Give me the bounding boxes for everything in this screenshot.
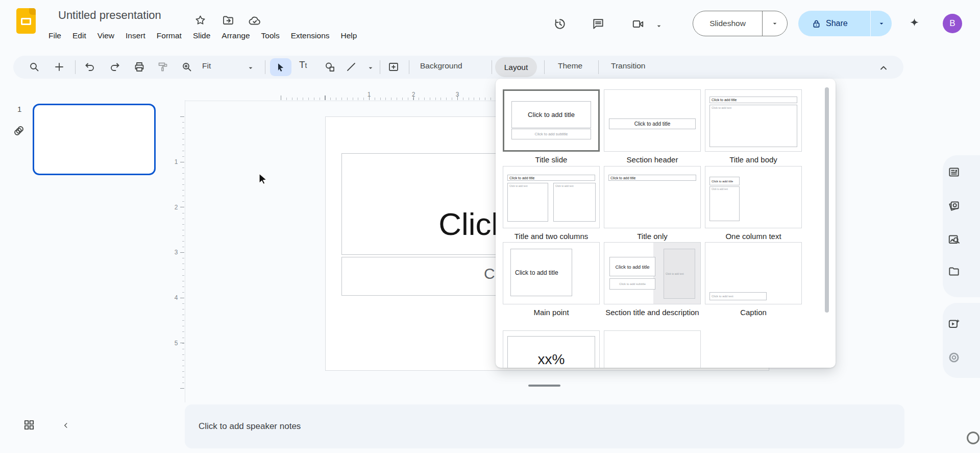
layout-option-big-number[interactable]: xx% (503, 330, 600, 368)
paint-format-icon[interactable] (157, 61, 169, 73)
layout-option-title-and-two-columns[interactable]: Click to add title Click to add text Cli… (503, 166, 600, 241)
mini-title-box: Click to add title (510, 249, 572, 296)
image-search-icon[interactable] (947, 233, 961, 246)
layout-option-section-title-and-description[interactable]: Click to add text Click to add title Cli… (604, 242, 701, 317)
mini-column-box: Click to add text (507, 183, 548, 222)
slide-number: 1 (17, 105, 21, 113)
undo-icon[interactable] (84, 61, 96, 73)
filmstrip-canvas-divider (185, 100, 185, 402)
menu-file[interactable]: File (43, 30, 67, 42)
layout-thumbnail: Click to add title (604, 89, 701, 152)
photos-icon[interactable] (947, 199, 961, 212)
zoom-fit-select[interactable]: Fit (202, 61, 211, 70)
layout-option-blank[interactable] (604, 330, 701, 368)
layout-option-section-header[interactable]: Click to add title Section header (604, 89, 701, 164)
toolbar-divider (265, 60, 265, 74)
theme-button[interactable]: Theme (558, 61, 582, 70)
layout-button[interactable]: Layout (495, 57, 537, 77)
version-history-icon[interactable] (553, 17, 567, 31)
layout-option-title-and-body[interactable]: Click to add title Click to add text Tit… (705, 89, 802, 164)
comments-icon[interactable] (592, 17, 605, 31)
share-button-group: Share (798, 11, 892, 36)
redo-icon[interactable] (109, 61, 121, 73)
line-tool-caret-icon[interactable] (366, 64, 375, 72)
menu-slide[interactable]: Slide (187, 30, 216, 42)
camera-dropdown-caret-icon[interactable] (655, 22, 663, 30)
transition-button[interactable]: Transition (611, 61, 645, 70)
zoom-fit-caret-icon[interactable] (247, 64, 255, 72)
logo-fold (29, 8, 36, 15)
menu-arrange[interactable]: Arrange (216, 30, 255, 42)
insert-placeholder-icon[interactable] (387, 61, 400, 73)
menu-help[interactable]: Help (335, 30, 363, 42)
select-tool-button[interactable] (270, 58, 291, 76)
menu-edit[interactable]: Edit (67, 30, 92, 42)
layout-option-title-slide[interactable]: Click to add title Click to add subtitle… (503, 89, 600, 164)
document-title[interactable]: Untitled presentation (58, 9, 161, 22)
layout-label: Section title and description (604, 307, 701, 317)
share-label: Share (826, 19, 848, 28)
layout-label: One column text (705, 231, 802, 241)
move-folder-icon[interactable] (222, 14, 234, 27)
menu-format[interactable]: Format (151, 30, 187, 42)
gemini-sparkle-icon[interactable] (908, 17, 921, 31)
layout-thumbnail: Click to add title Click to add text (705, 166, 802, 228)
textbox-tool-icon[interactable]: Tt (299, 59, 307, 70)
menu-view[interactable]: View (92, 30, 120, 42)
layout-option-main-point[interactable]: Click to add title Main point (503, 242, 600, 317)
layout-option-caption[interactable]: Click to add text Caption (705, 242, 802, 317)
layout-label: Caption (705, 307, 802, 317)
vids-icon[interactable] (947, 317, 961, 330)
star-icon[interactable] (194, 14, 206, 26)
layout-picker-panel: Click to add title Click to add subtitle… (496, 79, 836, 368)
mini-body-box: Click to add text (709, 105, 797, 147)
avatar[interactable]: B (943, 14, 962, 33)
slideshow-dropdown-button[interactable] (763, 19, 787, 28)
v-ruler-number: 5 (171, 340, 181, 347)
search-menus-icon[interactable] (28, 61, 40, 73)
print-icon[interactable] (133, 61, 145, 73)
grid-view-icon[interactable] (22, 418, 36, 432)
drive-folder-icon[interactable] (947, 265, 961, 278)
layout-label: Title and body (705, 155, 802, 164)
slideshow-button-group: Slideshow (693, 11, 788, 36)
layout-option-one-column-text[interactable]: Click to add title Click to add text One… (705, 166, 802, 241)
meet-camera-icon[interactable] (631, 17, 645, 31)
notes-resize-handle[interactable] (528, 385, 560, 387)
layout-option-title-only[interactable]: Click to add title Title only (604, 166, 701, 241)
layout-thumbnail: Click to add title Click to add subtitle (503, 89, 600, 152)
new-slide-icon[interactable] (53, 61, 65, 73)
layout-thumbnail: Click to add title Click to add text Cli… (503, 166, 600, 228)
collapse-filmstrip-icon[interactable] (61, 421, 70, 430)
share-button[interactable]: Share (798, 19, 870, 29)
share-dropdown-button[interactable] (871, 19, 892, 28)
mini-big-number-box: xx% (507, 336, 595, 368)
slideshow-caret-icon (771, 19, 779, 28)
collapse-toolbar-icon[interactable] (877, 62, 890, 74)
speaker-notes-placeholder: Click to add speaker notes (185, 421, 301, 432)
mini-text-box: Click to add text (664, 249, 695, 299)
menu-extensions[interactable]: Extensions (285, 30, 335, 42)
menu-tools[interactable]: Tools (256, 30, 285, 42)
slides-logo[interactable] (16, 8, 36, 34)
record-icon[interactable] (947, 351, 961, 364)
h-ruler-number: 2 (408, 91, 419, 98)
mini-column-box: Click to add text (553, 183, 596, 222)
menu-insert[interactable]: Insert (120, 30, 151, 42)
v-ruler-number: 2 (171, 204, 181, 211)
toolbar-divider (492, 60, 492, 74)
slideshow-button[interactable]: Slideshow (693, 19, 762, 28)
mini-title-box: Click to add title (507, 175, 595, 181)
mini-title-box: Click to add title (709, 97, 797, 103)
layout-thumbnail: xx% (503, 330, 600, 368)
templates-icon[interactable] (947, 165, 961, 179)
zoom-in-icon[interactable] (181, 61, 193, 73)
spinner-ring-icon (967, 432, 979, 444)
background-button[interactable]: Background (420, 61, 462, 70)
panel-scrollbar[interactable] (825, 87, 829, 313)
slide-1-thumbnail[interactable] (33, 104, 156, 175)
line-tool-icon[interactable] (345, 61, 357, 73)
speaker-notes-input[interactable]: Click to add speaker notes (185, 404, 904, 448)
shapes-tool-icon[interactable] (324, 61, 336, 73)
cloud-saved-icon[interactable] (248, 14, 261, 28)
